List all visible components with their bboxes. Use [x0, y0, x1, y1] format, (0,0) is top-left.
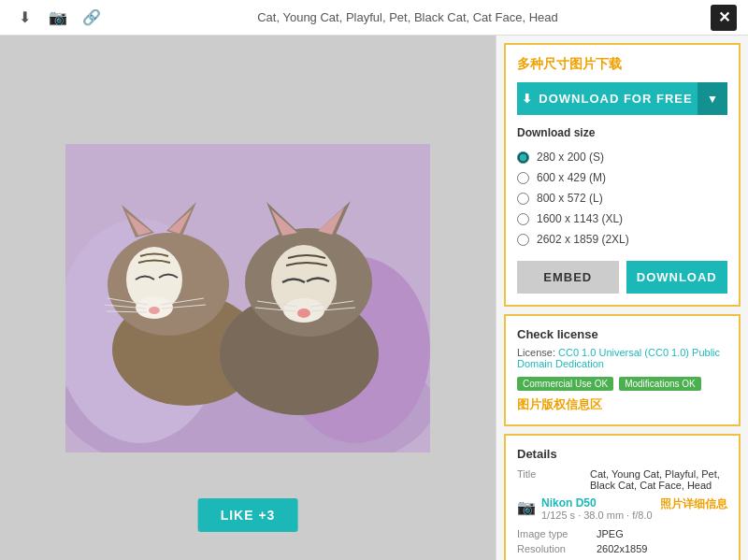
right-panel: 多种尺寸图片下载 ⬇ DOWNLOAD FOR FREE ▼ Download … — [496, 36, 748, 560]
download-title-cn: 多种尺寸图片下载 — [517, 56, 727, 73]
top-bar-right-icons: ✕ — [711, 5, 737, 31]
size-option-xl[interactable]: 1600 x 1143 (XL) — [517, 208, 727, 229]
size-option-2xl[interactable]: 2602 x 1859 (2XL) — [517, 229, 727, 250]
details-section: Details Title Cat, Young Cat, Playful, P… — [504, 434, 741, 560]
license-text: License: CC0 1.0 Universal (CC0 1.0) Pub… — [517, 347, 727, 369]
license-badges: Commercial Use OK Modifications OK — [517, 377, 727, 391]
resolution-label: Resolution — [517, 543, 597, 554]
camera-icon: 📷 — [517, 498, 536, 516]
size-option-m[interactable]: 600 x 429 (M) — [517, 167, 727, 188]
download-free-button[interactable]: ⬇ DOWNLOAD FOR FREE — [517, 82, 698, 115]
title-label: Title — [517, 468, 583, 491]
svg-point-8 — [149, 307, 160, 314]
top-bar: ⬇ 📷 🔗 Cat, Young Cat, Playful, Pet, Blac… — [0, 0, 748, 36]
meta-rows: Image type JPEG Resolution 2602x1859 Cre… — [517, 528, 727, 560]
share-icon[interactable]: 🔗 — [79, 5, 105, 31]
commercial-use-badge: Commercial Use OK — [517, 377, 613, 391]
camera-icon[interactable]: 📷 — [45, 5, 71, 31]
modifications-badge: Modifications OK — [619, 377, 701, 391]
download-dropdown-button[interactable]: ▼ — [698, 82, 727, 115]
cat-image — [65, 144, 430, 452]
left-panel: LIKE +3 — [0, 36, 496, 560]
download-icon[interactable]: ⬇ — [11, 5, 37, 31]
size-radio-l[interactable] — [517, 193, 529, 205]
resolution-value: 2602x1859 — [597, 543, 647, 554]
download-size-label: Download size — [517, 126, 727, 139]
embed-button[interactable]: EMBED — [517, 261, 619, 294]
size-label-xl: 1600 x 1143 (XL) — [537, 212, 623, 225]
image-type-label: Image type — [517, 528, 597, 539]
size-label-m: 600 x 429 (M) — [537, 171, 606, 184]
camera-model: Nikon D50 — [541, 496, 654, 510]
download-button[interactable]: DOWNLOAD — [626, 261, 728, 294]
image-type-row: Image type JPEG — [517, 528, 727, 539]
size-option-l[interactable]: 800 x 572 (L) — [517, 188, 727, 208]
size-option-s[interactable]: 280 x 200 (S) — [517, 147, 727, 167]
title-detail-row: Title Cat, Young Cat, Playful, Pet, Blac… — [517, 468, 727, 491]
details-title: Details — [517, 447, 727, 461]
download-free-label: DOWNLOAD FOR FREE — [539, 92, 692, 106]
camera-settings: 1/125 s · 38.0 mm · f/8.0 — [541, 510, 654, 521]
action-buttons: EMBED DOWNLOAD — [517, 261, 727, 294]
license-section: Check license License: CC0 1.0 Universal… — [504, 314, 741, 426]
cn-rights-text: 图片版权信息区 — [517, 396, 727, 413]
size-radio-xl[interactable] — [517, 213, 529, 225]
top-bar-title: Cat, Young Cat, Playful, Pet, Black Cat,… — [105, 10, 711, 24]
size-label-s: 280 x 200 (S) — [537, 151, 604, 164]
size-label-2xl: 2602 x 1859 (2XL) — [537, 233, 629, 246]
main-content: LIKE +3 多种尺寸图片下载 ⬇ DOWNLOAD FOR FREE ▼ D… — [0, 36, 748, 560]
download-icon: ⬇ — [522, 92, 533, 106]
top-bar-left-icons: ⬇ 📷 🔗 — [11, 5, 105, 31]
download-section: 多种尺寸图片下载 ⬇ DOWNLOAD FOR FREE ▼ Download … — [504, 43, 741, 307]
cat-image-container — [65, 144, 430, 452]
size-radio-m[interactable] — [517, 172, 529, 184]
camera-row: 📷 Nikon D50 1/125 s · 38.0 mm · f/8.0 照片… — [517, 496, 727, 521]
like-button[interactable]: LIKE +3 — [198, 498, 298, 532]
svg-point-17 — [297, 309, 310, 318]
size-radio-s[interactable] — [517, 151, 529, 164]
license-prefix: License: — [517, 347, 558, 358]
download-btn-container: ⬇ DOWNLOAD FOR FREE ▼ — [517, 82, 727, 115]
close-button[interactable]: ✕ — [711, 5, 737, 31]
title-value: Cat, Young Cat, Playful, Pet, Black Cat,… — [590, 468, 727, 491]
license-title: Check license — [517, 327, 727, 341]
camera-info: Nikon D50 1/125 s · 38.0 mm · f/8.0 — [541, 496, 654, 521]
image-type-value: JPEG — [597, 528, 624, 539]
size-label-l: 800 x 572 (L) — [537, 192, 603, 205]
resolution-row: Resolution 2602x1859 — [517, 543, 727, 554]
size-radio-2xl[interactable] — [517, 234, 529, 246]
cn-photo-detail: 照片详细信息 — [660, 496, 727, 512]
size-options: 280 x 200 (S) 600 x 429 (M) 800 x 572 (L… — [517, 147, 727, 250]
